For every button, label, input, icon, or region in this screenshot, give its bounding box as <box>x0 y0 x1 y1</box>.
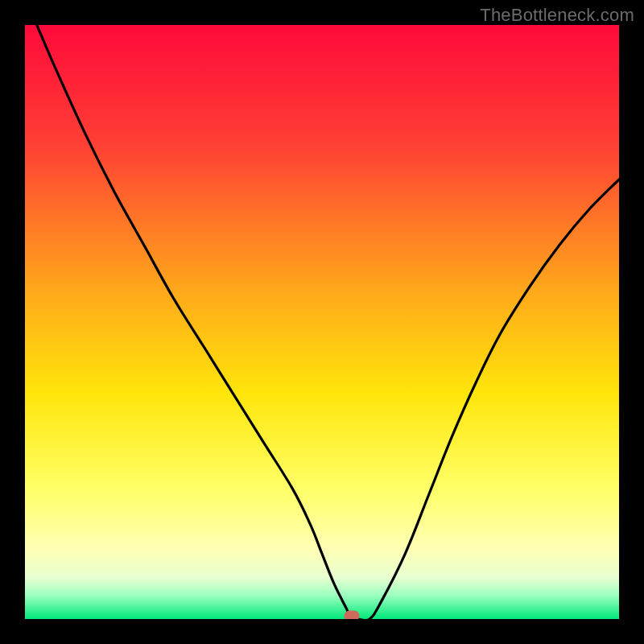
bottleneck-curve <box>25 25 619 619</box>
watermark-text: TheBottleneck.com <box>480 5 634 26</box>
optimal-point-marker <box>344 611 359 620</box>
chart-frame: TheBottleneck.com <box>0 0 644 644</box>
plot-area <box>25 25 619 619</box>
